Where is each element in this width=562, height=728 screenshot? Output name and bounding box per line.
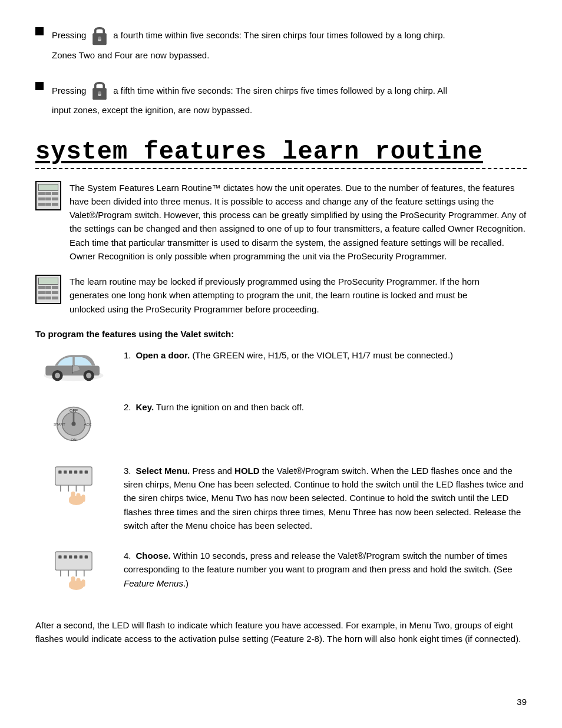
valet-heading: To program the features using the Valet … [35, 329, 527, 339]
bullet-item-1: Pressing a fourth time within five secon… [35, 24, 527, 62]
svg-point-9 [55, 373, 60, 378]
info-block2-line2: generates one long honk when attempting … [70, 290, 467, 300]
step-image-1 [35, 348, 112, 384]
step-number-3: 3. [124, 466, 131, 476]
svg-rect-21 [55, 467, 92, 485]
bullet-content-1: Pressing a fourth time within five secon… [52, 24, 527, 62]
info-block2-line3: unlocked using the ProSecurity Programme… [70, 304, 319, 314]
step-row-1: 1.Open a door. (The GREEN wire, H1/5, or… [35, 348, 527, 384]
calc-btn [45, 192, 52, 195]
svg-text:ON: ON [71, 437, 76, 442]
calc-btn [45, 203, 52, 206]
step-image-3 [35, 464, 112, 517]
step-bold-2: Key. [136, 402, 154, 412]
step-number-1: 1. [124, 350, 131, 360]
info-block-2: The learn routine may be locked if previ… [35, 275, 527, 316]
calc-buttons-2 [38, 286, 58, 301]
calc-btn [38, 291, 45, 294]
calc-btn [38, 297, 45, 299]
pressing-label-1: Pressing [52, 28, 86, 42]
svg-point-20 [71, 421, 75, 426]
feature-menus-italic: Feature Menus [124, 578, 183, 588]
info-text-2: The learn routine may be locked if previ… [70, 275, 527, 316]
svg-rect-51 [76, 578, 80, 587]
step-row-4: 4.Choose. Within 10 seconds, press and r… [35, 549, 527, 602]
step-content-3: 3.Select Menu. Press and HOLD the Valet®… [124, 464, 527, 532]
calc-btn [52, 286, 58, 289]
svg-rect-23 [64, 470, 67, 473]
calc-btn [45, 286, 52, 289]
calc-buttons-1 [38, 192, 58, 207]
lock-icon-1 [90, 24, 110, 47]
step-row-2: OFF ACC ON START 2.Key. Turn the ignitio… [35, 400, 527, 447]
bullet-content-2: Pressing a fifth time within five second… [52, 78, 527, 117]
bullet1-text-line2: Zones Two and Four are now bypassed. [52, 48, 527, 62]
footer-text: After a second, the LED will flash to in… [35, 618, 527, 646]
step-image-4 [35, 549, 112, 602]
step-text-2: Turn the ignition on and then back off. [156, 402, 304, 412]
svg-rect-42 [80, 555, 82, 558]
svg-rect-26 [80, 470, 82, 473]
svg-rect-34 [71, 492, 75, 501]
calc-btn [52, 192, 58, 195]
svg-rect-35 [76, 493, 80, 501]
bullet-square-2 [35, 82, 44, 90]
calc-btn [52, 291, 58, 294]
step-number-4: 4. [124, 551, 131, 561]
svg-rect-38 [58, 555, 61, 558]
svg-rect-37 [55, 552, 92, 570]
bullet-square-1 [35, 27, 44, 35]
calc-icon-1 [35, 181, 61, 210]
calc-btn [38, 192, 45, 195]
calc-btn [52, 297, 58, 299]
bullet-item-2: Pressing a fifth time within five second… [35, 78, 527, 117]
svg-rect-39 [64, 555, 67, 558]
key-illustration: OFF ACC ON START [50, 400, 97, 447]
svg-text:START: START [54, 422, 65, 426]
step-bold-1: Open a door. [136, 350, 190, 360]
calc-btn [45, 297, 52, 299]
step-hold-3: HOLD [234, 466, 260, 476]
step-content-4: 4.Choose. Within 10 seconds, press and r… [124, 549, 527, 590]
bullet2-text-line2: input zones, except the ignition, are no… [52, 103, 527, 117]
bullet-inline-1: Pressing a fourth time within five secon… [52, 24, 527, 47]
switch-illustration-2 [50, 549, 97, 602]
calc-btn [38, 197, 45, 200]
svg-text:ACC: ACC [84, 422, 92, 426]
svg-rect-52 [81, 579, 85, 587]
step-text-1: (The GREEN wire, H1/5, or the VIOLET, H1… [192, 350, 453, 360]
info-block2-line1: The learn routine may be locked if previ… [70, 276, 480, 286]
step-content-2: 2.Key. Turn the ignition on and then bac… [124, 400, 527, 414]
svg-rect-24 [69, 470, 72, 473]
calc-btn [45, 197, 52, 200]
page-number: 39 [517, 697, 527, 707]
svg-text:OFF: OFF [70, 408, 78, 413]
calc-screen-1 [38, 184, 58, 191]
svg-rect-36 [81, 495, 85, 502]
info-block-1: The System Features Learn Routine™ dicta… [35, 181, 527, 263]
calc-btn [38, 286, 45, 289]
lock-icon-2 [90, 78, 110, 102]
svg-rect-50 [71, 577, 75, 586]
svg-rect-41 [74, 555, 77, 558]
step-row-3: 3.Select Menu. Press and HOLD the Valet®… [35, 464, 527, 532]
info-text-1: The System Features Learn Routine™ dicta… [70, 181, 527, 263]
calc-screen-2 [38, 278, 58, 285]
car-illustration [41, 348, 106, 384]
bullet2-text-after: a fifth time within five seconds: The si… [113, 84, 447, 97]
pressing-label-2: Pressing [52, 84, 86, 97]
switch-illustration-1 [50, 464, 97, 517]
step-number-2: 2. [124, 402, 131, 412]
svg-rect-27 [85, 470, 88, 473]
svg-rect-43 [85, 555, 88, 558]
svg-point-5 [98, 91, 101, 94]
bullet1-text-after: a fourth time within five seconds: The s… [113, 28, 445, 42]
svg-point-2 [98, 37, 101, 39]
calc-btn [52, 203, 58, 206]
svg-rect-40 [69, 555, 72, 558]
svg-rect-22 [58, 470, 61, 473]
calc-btn [38, 203, 45, 206]
calc-icon-2 [35, 275, 61, 304]
bullet-inline-2: Pressing a fifth time within five second… [52, 78, 527, 102]
step-image-2: OFF ACC ON START [35, 400, 112, 447]
